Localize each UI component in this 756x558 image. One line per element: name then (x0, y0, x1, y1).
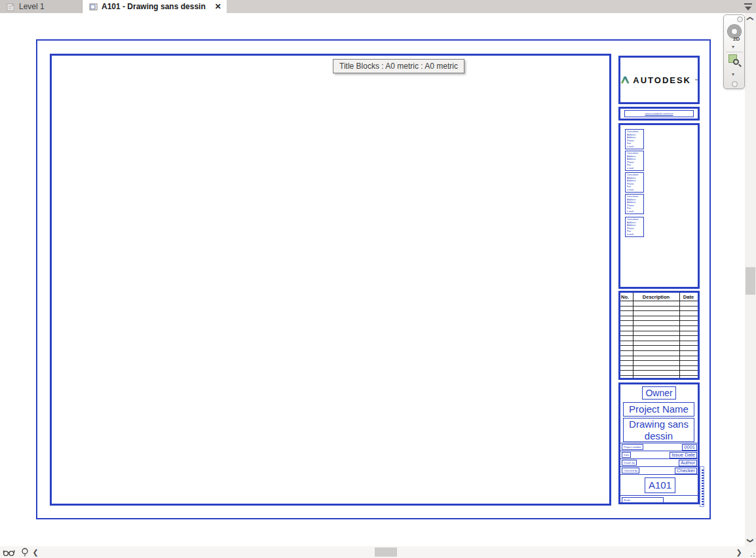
floor-plan-icon (7, 3, 15, 11)
bottom-bar: ❮ ❯ (0, 546, 756, 558)
revision-col-date: Date (679, 293, 698, 301)
revision-col-description: Description (633, 293, 679, 301)
horizontal-scrollbar-thumb[interactable] (375, 548, 397, 557)
revision-empty-rows (620, 301, 698, 378)
zoom-dropdown-icon[interactable]: ▾ (732, 71, 734, 77)
plot-stamp-text (700, 466, 704, 507)
autodesk-wordmark: AUTODESK (633, 75, 691, 85)
titleblock-project-info: Owner Project Name Drawing sans dessin P… (618, 382, 700, 504)
scroll-down-icon[interactable]: ❯ (745, 535, 756, 546)
titleblock-logo-box: AUTODESK ™ (618, 56, 700, 104)
field-project-number: Project number 0001 (620, 443, 698, 451)
scroll-right-icon[interactable]: ❯ (734, 546, 744, 558)
sheet-icon (89, 3, 98, 11)
website-text: www.autodesk.com/revit (624, 110, 694, 117)
scale-label: Scale (622, 497, 664, 504)
navbar-collapse-icon[interactable] (732, 81, 738, 87)
sheet-name-label: Drawing sans dessin (623, 418, 694, 442)
sheet-inner-frame (50, 54, 611, 506)
titleblock-consultant-section: ConsultantAddress AddressPhone Faxe-mail… (618, 123, 700, 289)
tab-label: A101 - Drawing sans dessin (102, 2, 206, 11)
trademark-symbol: ™ (694, 78, 698, 82)
view-tab-bar: Level 1 A101 - Drawing sans dessin ✕ (0, 0, 756, 13)
resize-grip (747, 549, 755, 557)
revision-col-no: No. (620, 293, 633, 301)
wheel-options-icon[interactable] (737, 16, 743, 22)
scroll-up-icon[interactable]: ❮ (745, 13, 756, 24)
tab-label: Level 1 (19, 2, 45, 11)
wheel-dropdown-icon[interactable]: ▾ (732, 44, 734, 50)
tooltip: Title Blocks : A0 metric : A0 metric (333, 59, 464, 73)
consultant-box: ConsultantAddress AddressPhone Faxe-mail (625, 172, 644, 193)
field-date: Date Issue Date (620, 451, 698, 458)
consultant-box: ConsultantAddress AddressPhone Faxe-mail (625, 217, 644, 237)
tab-level-1[interactable]: Level 1 (0, 0, 83, 13)
field-drawn-by: Drawn by Author (620, 458, 698, 466)
revit-drawing-area: Level 1 A101 - Drawing sans dessin ✕ (0, 0, 756, 558)
vertical-scrollbar[interactable]: ❮ ❯ (745, 13, 756, 546)
close-icon[interactable]: ✕ (215, 2, 221, 11)
reveal-hidden-elements-icon[interactable] (18, 547, 31, 557)
scroll-left-icon[interactable]: ❮ (30, 546, 41, 558)
sheet-number-label: A101 (645, 477, 675, 493)
autodesk-logo-icon (620, 75, 630, 85)
consultant-box: ConsultantAddress AddressPhone Faxe-mail (625, 151, 644, 171)
navigation-bar: 2D ▾ ▾ (723, 14, 745, 89)
drawing-canvas[interactable]: AUTODESK ™ www.autodesk.com/revit Consul… (0, 13, 745, 546)
field-checked-by: Checked by Checker (620, 466, 698, 474)
wheel-2d-label: 2D (733, 36, 740, 42)
consultant-box: ConsultantAddress AddressPhone Faxe-mail (625, 129, 644, 149)
temporary-hide-isolate-icon[interactable] (3, 547, 16, 557)
project-name-label: Project Name (623, 402, 694, 417)
revision-schedule: No. Description Date (618, 291, 700, 380)
tab-list-menu-icon[interactable] (743, 2, 753, 11)
tab-a101-drawing[interactable]: A101 - Drawing sans dessin ✕ (83, 0, 227, 13)
titleblock-website-box: www.autodesk.com/revit (618, 107, 700, 121)
vertical-scrollbar-thumb[interactable] (746, 267, 755, 295)
owner-label: Owner (642, 386, 676, 400)
consultant-box: ConsultantAddress AddressPhone Faxe-mail (625, 194, 644, 214)
